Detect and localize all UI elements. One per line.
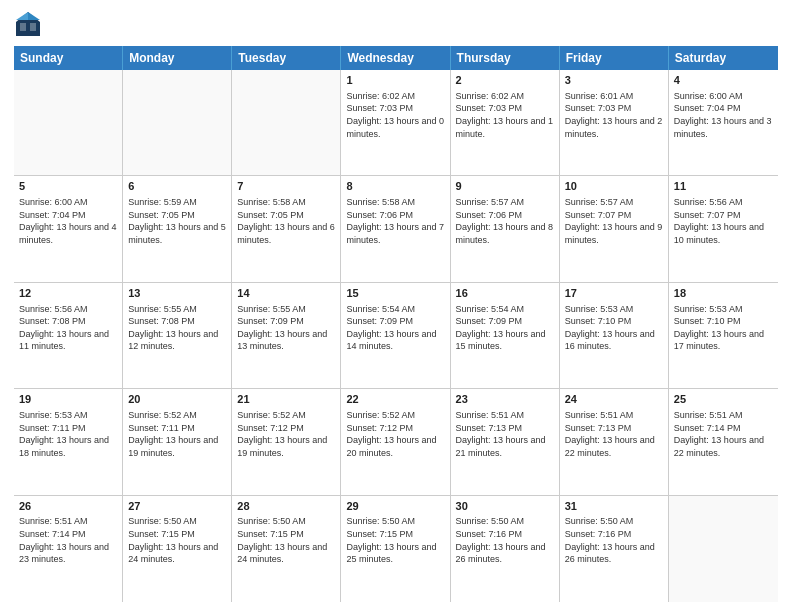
day-info: Sunrise: 5:50 AMSunset: 7:16 PMDaylight:… [456,515,554,565]
calendar-row: 5Sunrise: 6:00 AMSunset: 7:04 PMDaylight… [14,176,778,282]
day-info: Sunrise: 6:01 AMSunset: 7:03 PMDaylight:… [565,90,663,140]
calendar-cell: 3Sunrise: 6:01 AMSunset: 7:03 PMDaylight… [560,70,669,175]
day-number: 29 [346,499,444,514]
day-number: 13 [128,286,226,301]
day-info: Sunrise: 5:51 AMSunset: 7:13 PMDaylight:… [456,409,554,459]
day-number: 9 [456,179,554,194]
day-info: Sunrise: 5:50 AMSunset: 7:15 PMDaylight:… [237,515,335,565]
weekday-header: Monday [123,46,232,70]
day-number: 12 [19,286,117,301]
svg-rect-4 [30,23,36,31]
day-info: Sunrise: 5:53 AMSunset: 7:11 PMDaylight:… [19,409,117,459]
calendar-cell [14,70,123,175]
day-number: 3 [565,73,663,88]
calendar-cell: 19Sunrise: 5:53 AMSunset: 7:11 PMDayligh… [14,389,123,494]
day-info: Sunrise: 6:00 AMSunset: 7:04 PMDaylight:… [19,196,117,246]
day-info: Sunrise: 6:00 AMSunset: 7:04 PMDaylight:… [674,90,773,140]
day-number: 6 [128,179,226,194]
day-info: Sunrise: 5:58 AMSunset: 7:06 PMDaylight:… [346,196,444,246]
day-number: 24 [565,392,663,407]
day-number: 17 [565,286,663,301]
calendar-cell: 30Sunrise: 5:50 AMSunset: 7:16 PMDayligh… [451,496,560,602]
day-number: 21 [237,392,335,407]
header [14,10,778,38]
calendar-cell: 6Sunrise: 5:59 AMSunset: 7:05 PMDaylight… [123,176,232,281]
calendar-cell: 27Sunrise: 5:50 AMSunset: 7:15 PMDayligh… [123,496,232,602]
calendar-cell: 26Sunrise: 5:51 AMSunset: 7:14 PMDayligh… [14,496,123,602]
day-number: 16 [456,286,554,301]
day-info: Sunrise: 5:51 AMSunset: 7:13 PMDaylight:… [565,409,663,459]
calendar-cell: 10Sunrise: 5:57 AMSunset: 7:07 PMDayligh… [560,176,669,281]
calendar-cell: 18Sunrise: 5:53 AMSunset: 7:10 PMDayligh… [669,283,778,388]
day-number: 10 [565,179,663,194]
calendar-cell: 2Sunrise: 6:02 AMSunset: 7:03 PMDaylight… [451,70,560,175]
calendar: SundayMondayTuesdayWednesdayThursdayFrid… [14,46,778,602]
day-number: 7 [237,179,335,194]
calendar-cell: 11Sunrise: 5:56 AMSunset: 7:07 PMDayligh… [669,176,778,281]
calendar-cell: 31Sunrise: 5:50 AMSunset: 7:16 PMDayligh… [560,496,669,602]
day-number: 23 [456,392,554,407]
svg-marker-2 [16,12,28,20]
day-number: 30 [456,499,554,514]
day-info: Sunrise: 5:50 AMSunset: 7:15 PMDaylight:… [346,515,444,565]
day-number: 27 [128,499,226,514]
calendar-row: 12Sunrise: 5:56 AMSunset: 7:08 PMDayligh… [14,283,778,389]
calendar-cell [669,496,778,602]
day-info: Sunrise: 5:53 AMSunset: 7:10 PMDaylight:… [674,303,773,353]
calendar-cell: 28Sunrise: 5:50 AMSunset: 7:15 PMDayligh… [232,496,341,602]
day-number: 28 [237,499,335,514]
day-number: 15 [346,286,444,301]
calendar-row: 1Sunrise: 6:02 AMSunset: 7:03 PMDaylight… [14,70,778,176]
weekday-header: Sunday [14,46,123,70]
calendar-cell: 9Sunrise: 5:57 AMSunset: 7:06 PMDaylight… [451,176,560,281]
day-info: Sunrise: 5:55 AMSunset: 7:09 PMDaylight:… [237,303,335,353]
logo [14,10,46,38]
day-info: Sunrise: 5:57 AMSunset: 7:07 PMDaylight:… [565,196,663,246]
calendar-cell: 8Sunrise: 5:58 AMSunset: 7:06 PMDaylight… [341,176,450,281]
weekday-header: Saturday [669,46,778,70]
day-number: 5 [19,179,117,194]
calendar-cell: 1Sunrise: 6:02 AMSunset: 7:03 PMDaylight… [341,70,450,175]
calendar-cell: 20Sunrise: 5:52 AMSunset: 7:11 PMDayligh… [123,389,232,494]
day-number: 11 [674,179,773,194]
day-info: Sunrise: 6:02 AMSunset: 7:03 PMDaylight:… [456,90,554,140]
day-info: Sunrise: 5:54 AMSunset: 7:09 PMDaylight:… [346,303,444,353]
day-info: Sunrise: 5:56 AMSunset: 7:07 PMDaylight:… [674,196,773,246]
calendar-cell: 29Sunrise: 5:50 AMSunset: 7:15 PMDayligh… [341,496,450,602]
page: SundayMondayTuesdayWednesdayThursdayFrid… [0,0,792,612]
day-info: Sunrise: 5:57 AMSunset: 7:06 PMDaylight:… [456,196,554,246]
day-number: 8 [346,179,444,194]
day-number: 18 [674,286,773,301]
calendar-cell [123,70,232,175]
calendar-cell: 13Sunrise: 5:55 AMSunset: 7:08 PMDayligh… [123,283,232,388]
calendar-header: SundayMondayTuesdayWednesdayThursdayFrid… [14,46,778,70]
day-number: 14 [237,286,335,301]
day-info: Sunrise: 5:53 AMSunset: 7:10 PMDaylight:… [565,303,663,353]
calendar-cell: 7Sunrise: 5:58 AMSunset: 7:05 PMDaylight… [232,176,341,281]
day-number: 25 [674,392,773,407]
day-info: Sunrise: 5:51 AMSunset: 7:14 PMDaylight:… [674,409,773,459]
weekday-header: Tuesday [232,46,341,70]
calendar-cell: 21Sunrise: 5:52 AMSunset: 7:12 PMDayligh… [232,389,341,494]
calendar-cell: 23Sunrise: 5:51 AMSunset: 7:13 PMDayligh… [451,389,560,494]
calendar-cell: 5Sunrise: 6:00 AMSunset: 7:04 PMDaylight… [14,176,123,281]
day-info: Sunrise: 5:52 AMSunset: 7:12 PMDaylight:… [346,409,444,459]
day-info: Sunrise: 5:52 AMSunset: 7:12 PMDaylight:… [237,409,335,459]
day-info: Sunrise: 5:50 AMSunset: 7:16 PMDaylight:… [565,515,663,565]
svg-marker-1 [28,12,40,20]
day-number: 1 [346,73,444,88]
calendar-cell: 25Sunrise: 5:51 AMSunset: 7:14 PMDayligh… [669,389,778,494]
weekday-header: Wednesday [341,46,450,70]
day-info: Sunrise: 5:56 AMSunset: 7:08 PMDaylight:… [19,303,117,353]
day-number: 26 [19,499,117,514]
calendar-cell: 14Sunrise: 5:55 AMSunset: 7:09 PMDayligh… [232,283,341,388]
day-info: Sunrise: 5:58 AMSunset: 7:05 PMDaylight:… [237,196,335,246]
day-number: 19 [19,392,117,407]
logo-icon [14,10,42,38]
svg-rect-3 [20,23,26,31]
day-number: 31 [565,499,663,514]
day-number: 4 [674,73,773,88]
day-info: Sunrise: 6:02 AMSunset: 7:03 PMDaylight:… [346,90,444,140]
calendar-row: 26Sunrise: 5:51 AMSunset: 7:14 PMDayligh… [14,496,778,602]
weekday-header: Friday [560,46,669,70]
